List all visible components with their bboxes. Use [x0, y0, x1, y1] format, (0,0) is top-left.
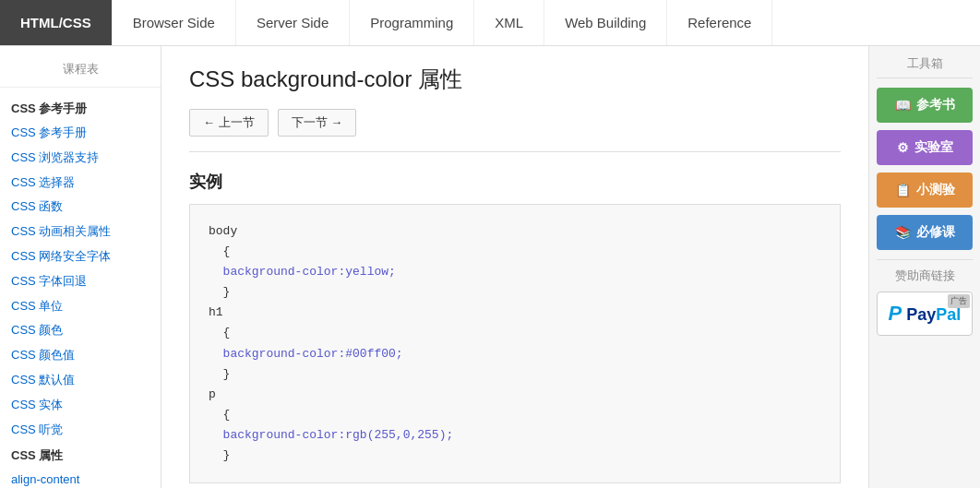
nav-item-html-css[interactable]: HTML/CSS	[0, 0, 113, 45]
paypal-text: PayPal	[906, 305, 961, 324]
sidebar-item-4[interactable]: CSS 动画相关属性	[0, 220, 161, 244]
code-line-4: h1	[209, 305, 223, 319]
prev-button[interactable]: ← 上一节	[189, 109, 269, 137]
tool-btn-lab[interactable]: ⚙ 实验室	[877, 130, 973, 165]
sidebar-item-9[interactable]: CSS 颜色值	[0, 343, 161, 368]
next-button[interactable]: 下一节 →	[278, 109, 357, 137]
sidebar-section-css-props: CSS 属性	[0, 442, 161, 468]
code-line-0: body	[209, 224, 237, 238]
tool-label-reference: 参考书	[916, 97, 955, 113]
code-line-11: }	[209, 448, 230, 462]
code-line-10: background-color:rgb(255,0,255);	[209, 428, 453, 442]
section-heading: 实例	[189, 171, 841, 193]
book-icon: 📖	[895, 98, 911, 113]
code-line-9: {	[209, 408, 230, 422]
lab-icon: ⚙	[897, 140, 909, 155]
right-panel: 工具箱 📖 参考书 ⚙ 实验室 📋 小测验 📚 必修课 赞助商链接 广告 P P…	[869, 46, 980, 488]
sidebar-item-3[interactable]: CSS 函数	[0, 195, 161, 220]
sidebar-item-2[interactable]: CSS 选择器	[0, 171, 161, 196]
sidebar-item-5[interactable]: CSS 网络安全字体	[0, 244, 161, 269]
code-line-8: p	[209, 387, 216, 401]
code-block: body { background-color:yellow; } h1 { b…	[189, 204, 841, 483]
sidebar-item-1[interactable]: CSS 浏览器支持	[0, 146, 161, 171]
ad-badge: 广告	[948, 294, 970, 308]
course-icon: 📚	[895, 225, 911, 240]
nav-item-xml[interactable]: XML	[474, 0, 544, 45]
sidebar-item-6[interactable]: CSS 字体回退	[0, 269, 161, 294]
code-line-5: {	[209, 326, 230, 339]
code-line-1: {	[209, 244, 230, 258]
nav-item-programming[interactable]: Programming	[350, 0, 474, 45]
code-line-7: }	[209, 367, 230, 381]
code-line-6: background-color:#00ff00;	[209, 347, 403, 361]
sidebar: 课程表 CSS 参考手册 CSS 参考手册 CSS 浏览器支持 CSS 选择器 …	[0, 46, 161, 488]
paypal-p-icon: P	[889, 302, 902, 325]
nav-item-web-building[interactable]: Web Building	[544, 0, 667, 45]
sidebar-item-10[interactable]: CSS 默认值	[0, 368, 161, 393]
nav-item-reference[interactable]: Reference	[667, 0, 772, 45]
nav-item-server-side[interactable]: Server Side	[236, 0, 350, 45]
paypal-banner[interactable]: 广告 P PayPal	[877, 292, 973, 336]
tool-label-course: 必修课	[916, 224, 955, 241]
code-line-3: }	[209, 285, 230, 299]
sidebar-section-css-ref: CSS 参考手册	[0, 95, 161, 121]
divider	[189, 151, 841, 152]
sidebar-item-align-content[interactable]: align-content	[0, 468, 161, 488]
sidebar-item-7[interactable]: CSS 单位	[0, 294, 161, 319]
tool-btn-quiz[interactable]: 📋 小测验	[877, 173, 973, 208]
tool-label-quiz: 小测验	[916, 182, 955, 198]
toolbox-title: 工具箱	[877, 55, 973, 78]
sidebar-item-8[interactable]: CSS 颜色	[0, 318, 161, 343]
code-line-2: background-color:yellow;	[209, 265, 396, 279]
layout: 课程表 CSS 参考手册 CSS 参考手册 CSS 浏览器支持 CSS 选择器 …	[0, 46, 980, 488]
sidebar-item-11[interactable]: CSS 实体	[0, 393, 161, 418]
top-nav: HTML/CSS Browser Side Server Side Progra…	[0, 0, 980, 46]
tool-label-lab: 实验室	[914, 139, 953, 156]
tool-btn-reference[interactable]: 📖 参考书	[877, 88, 973, 123]
sidebar-item-12[interactable]: CSS 听觉	[0, 418, 161, 443]
quiz-icon: 📋	[895, 183, 911, 197]
sponsor-title: 赞助商链接	[877, 259, 973, 284]
tool-btn-course[interactable]: 📚 必修课	[877, 215, 973, 250]
page-title: CSS background-color 属性	[189, 65, 841, 94]
sidebar-item-0[interactable]: CSS 参考手册	[0, 121, 161, 146]
nav-buttons: ← 上一节 下一节 →	[189, 109, 841, 137]
main-content: CSS background-color 属性 ← 上一节 下一节 → 实例 b…	[161, 46, 869, 488]
nav-item-browser-side[interactable]: Browser Side	[113, 0, 236, 45]
sidebar-title: 课程表	[0, 55, 161, 88]
